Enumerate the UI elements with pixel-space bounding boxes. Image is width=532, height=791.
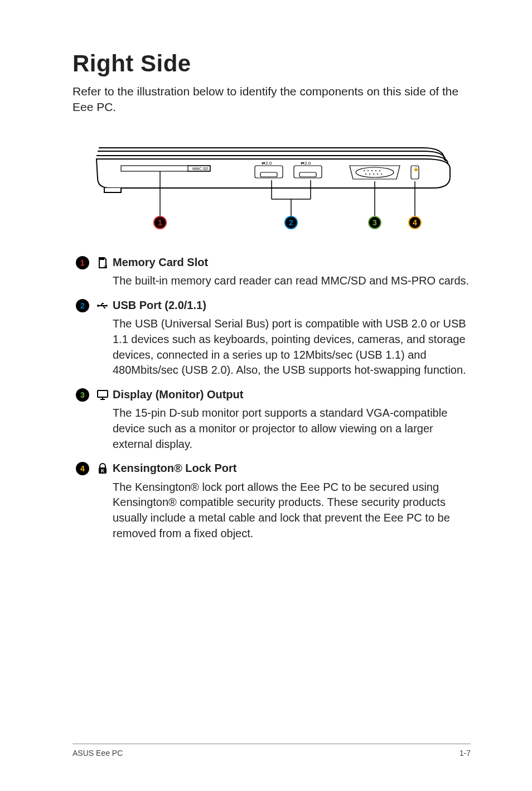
feature-item: 2 USB Port (2.0/1.1) The USB (Universal … <box>72 298 471 378</box>
page-intro: Refer to the illustration below to ident… <box>72 84 463 115</box>
feature-item: 1 M Memory Card Slot The built-in memory… <box>72 255 471 289</box>
svg-point-16 <box>369 173 370 175</box>
svg-text:🔒: 🔒 <box>413 166 419 171</box>
item-body: The USB (Universal Serial Bus) port is c… <box>113 316 471 378</box>
page-footer: ASUS Eee PC 1-7 <box>72 744 471 758</box>
callout-2-label: 2 <box>289 218 293 227</box>
item-body: The Kensington® lock port allows the Eee… <box>113 480 471 541</box>
callout-3-label: 3 <box>373 218 377 227</box>
svg-point-13 <box>375 170 376 171</box>
item-title: Memory Card Slot <box>113 255 471 271</box>
svg-text:MMC.SD.: MMC.SD. <box>192 167 209 171</box>
item-title: USB Port (2.0/1.1) <box>113 298 471 313</box>
svg-point-10 <box>364 170 365 171</box>
right-side-diagram: MMC.SD. ⇄2.0 ⇄2.0 <box>88 138 456 233</box>
item-title: Display (Monitor) Output <box>113 387 471 403</box>
lock-icon: K <box>93 461 113 541</box>
page-heading: Right Side <box>72 50 471 77</box>
svg-text:M: M <box>104 264 108 269</box>
item-number-badge: 3 <box>72 387 93 452</box>
document-page: Right Side Refer to the illustration bel… <box>0 0 532 791</box>
svg-point-19 <box>381 173 382 175</box>
svg-point-17 <box>373 173 374 175</box>
feature-item: 3 Display (Monitor) Output The 15-pin D-… <box>72 387 471 452</box>
footer-left: ASUS Eee PC <box>72 749 123 758</box>
item-number: 4 <box>80 464 85 473</box>
footer-right: 1-7 <box>460 749 471 758</box>
svg-text:⇄2.0: ⇄2.0 <box>301 161 311 166</box>
svg-point-14 <box>379 170 380 171</box>
monitor-icon <box>93 387 113 452</box>
callout-1-label: 1 <box>158 218 162 227</box>
svg-text:⇄2.0: ⇄2.0 <box>262 161 272 166</box>
item-number: 1 <box>80 258 85 267</box>
feature-item: 4 K Kensington® Lock Port The Kensington… <box>72 461 471 541</box>
item-body: The built-in memory card reader can read… <box>113 273 471 289</box>
item-number-badge: 1 <box>72 255 93 289</box>
svg-text:K: K <box>101 468 105 474</box>
item-title: Kensington® Lock Port <box>113 461 471 476</box>
callout-4-label: 4 <box>413 218 417 227</box>
usb-icon <box>93 298 113 378</box>
svg-point-12 <box>371 170 373 171</box>
svg-rect-35 <box>98 305 106 306</box>
memory-card-icon: M <box>93 255 113 289</box>
item-number-badge: 4 <box>72 461 93 541</box>
item-body: The 15-pin D-sub monitor port supports a… <box>113 406 471 452</box>
svg-point-15 <box>365 173 366 175</box>
svg-point-18 <box>377 173 378 175</box>
item-number: 3 <box>80 390 85 399</box>
svg-rect-36 <box>98 390 108 397</box>
item-number-badge: 2 <box>72 298 93 378</box>
svg-point-11 <box>367 170 369 171</box>
item-number: 2 <box>80 301 85 310</box>
